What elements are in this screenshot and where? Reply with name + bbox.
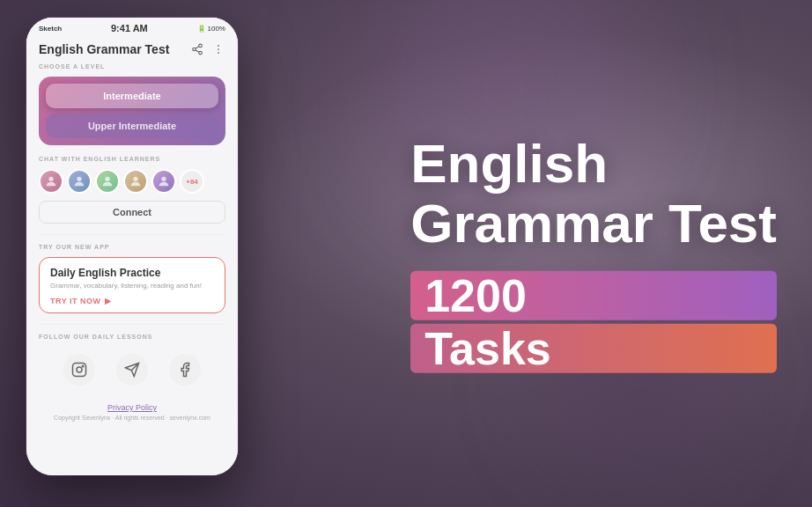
svg-rect-13	[73, 364, 86, 377]
telegram-icon[interactable]	[116, 354, 148, 386]
avatar-2	[67, 169, 92, 194]
level-section: CHOOSE A LEVEL Intermediate Upper Interm…	[26, 63, 238, 156]
hero-content: English Grammar Test 1200 Tasks	[410, 134, 777, 373]
intermediate-button[interactable]: Intermediate	[46, 84, 218, 108]
svg-point-5	[218, 45, 219, 47]
hero-title: English Grammar Test	[410, 134, 777, 254]
new-app-label: TRY OUR NEW APP	[39, 244, 225, 250]
svg-point-10	[105, 177, 109, 181]
phone-screen: Sketch 9:41 AM 🔋 100% English Grammar Te…	[26, 18, 238, 475]
tasks-container: 1200 Tasks	[410, 271, 777, 373]
avatar-3	[95, 169, 120, 194]
facebook-icon[interactable]	[169, 354, 201, 386]
menu-icon[interactable]	[211, 42, 225, 56]
play-icon: ▶	[105, 297, 112, 305]
divider-1	[39, 234, 225, 235]
svg-point-2	[199, 51, 203, 55]
svg-point-6	[218, 48, 219, 50]
svg-point-9	[77, 177, 81, 181]
avatar-count: +84	[180, 169, 204, 194]
phone-mockup: Sketch 9:41 AM 🔋 100% English Grammar Te…	[26, 18, 238, 475]
instagram-icon[interactable]	[63, 354, 95, 386]
svg-line-4	[196, 47, 199, 48]
avatar-5	[151, 169, 176, 194]
battery-label: 🔋 100%	[197, 25, 225, 33]
svg-point-11	[133, 177, 137, 181]
svg-point-1	[193, 48, 196, 51]
copyright-text: Copyright Sevenlynx · All rights reserve…	[39, 415, 225, 421]
share-icon[interactable]	[190, 42, 204, 56]
svg-point-15	[82, 365, 84, 367]
hero-title-line1: English	[410, 134, 777, 194]
new-app-card: Daily English Practice Grammar, vocabula…	[39, 257, 225, 313]
divider-2	[39, 324, 225, 325]
connect-button[interactable]: Connect	[39, 201, 225, 224]
carrier-label: Sketch	[39, 25, 62, 33]
app-header: English Grammar Test	[26, 37, 238, 63]
time-label: 9:41 AM	[111, 23, 148, 33]
chat-section-label: CHAT WITH ENGLISH LEARNERS	[39, 156, 225, 162]
level-container: Intermediate Upper Intermediate	[39, 77, 225, 145]
tasks-label: Tasks	[410, 324, 777, 373]
upper-intermediate-button[interactable]: Upper Intermediate	[46, 114, 218, 138]
phone-footer: Privacy Policy Copyright Sevenlynx · All…	[26, 400, 238, 424]
svg-point-7	[218, 52, 219, 54]
try-button[interactable]: TRY IT NOW ▶	[50, 297, 111, 305]
privacy-link[interactable]: Privacy Policy	[39, 403, 225, 412]
new-app-desc: Grammar, vocabulary, listening, reading …	[50, 282, 214, 290]
social-icons-row	[39, 347, 225, 393]
svg-point-0	[199, 44, 203, 48]
social-label: FOLLOW OUR DAILY LESSONS	[39, 334, 225, 340]
chat-section: CHAT WITH ENGLISH LEARNERS	[26, 156, 238, 234]
avatar-1	[39, 169, 63, 194]
new-app-section: TRY OUR NEW APP Daily English Practice G…	[26, 244, 238, 324]
status-bar: Sketch 9:41 AM 🔋 100%	[26, 18, 238, 37]
header-icons	[190, 42, 225, 56]
app-title: English Grammar Test	[39, 42, 169, 56]
hero-title-line2: Grammar Test	[410, 194, 777, 254]
svg-point-14	[77, 367, 82, 372]
avatar-4	[123, 169, 148, 194]
tasks-number: 1200	[410, 271, 777, 320]
avatars-row: +84	[39, 169, 225, 194]
social-section: FOLLOW OUR DAILY LESSONS	[26, 334, 238, 400]
svg-point-12	[161, 177, 166, 181]
level-section-label: CHOOSE A LEVEL	[39, 63, 225, 70]
svg-line-3	[196, 50, 199, 52]
new-app-title: Daily English Practice	[50, 267, 214, 279]
battery-icon: 🔋	[197, 25, 206, 33]
svg-point-8	[48, 177, 53, 181]
